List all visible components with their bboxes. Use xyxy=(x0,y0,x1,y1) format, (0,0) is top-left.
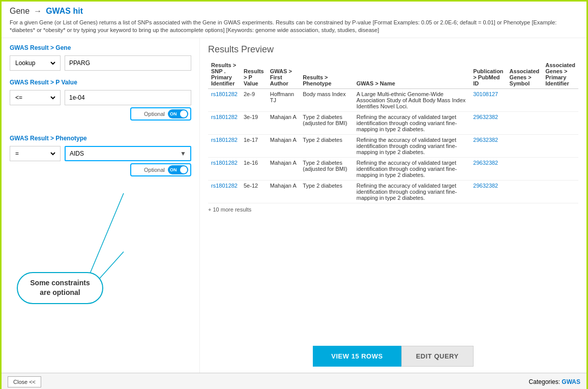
more-results: + 10 more results xyxy=(208,203,578,216)
gwas-hit-label: GWAS hit xyxy=(46,7,83,16)
table-row: rs1801282 5e-12 Mahajan A Type 2 diabete… xyxy=(208,180,578,203)
optional-label-1: Optional xyxy=(144,111,165,117)
cell-pubmed: 29632382 xyxy=(470,157,506,180)
pvalue-input-row: <= < = > >= xyxy=(10,90,191,105)
categories-value: GWAS xyxy=(562,378,580,385)
arrow-icon: → xyxy=(34,7,42,16)
phenotype-input-row: = != LIKE NOT LIKE ▼ xyxy=(10,146,191,161)
cell-phenotype: Type 2 diabetes (adjusted for BMI) xyxy=(300,111,353,134)
pvalue-optional-bar: Optional ON xyxy=(130,107,191,121)
gene-label: Gene xyxy=(10,7,30,16)
cell-pvalue: 2e-9 xyxy=(241,88,267,111)
cell-pvalue: 5e-12 xyxy=(241,180,267,203)
cell-snp: rs1801282 xyxy=(208,157,241,180)
cell-phenotype: Type 2 diabetes xyxy=(300,134,353,157)
cell-phenotype: Type 2 diabetes xyxy=(300,180,353,203)
toggle-on-text-1: ON xyxy=(170,111,177,116)
cell-symbol xyxy=(507,134,543,157)
phenotype-dropdown-button[interactable]: ▼ xyxy=(176,146,190,161)
cell-pubmed: 29632382 xyxy=(470,180,506,203)
cell-author: Hoffmann TJ xyxy=(267,88,300,111)
results-tbody: rs1801282 2e-9 Hoffmann TJ Body mass Ind… xyxy=(208,88,578,203)
cell-author: Mahajan A xyxy=(267,111,300,134)
categories-label: Categories: xyxy=(529,378,560,385)
phenotype-operator-dropdown[interactable]: = != LIKE NOT LIKE xyxy=(10,146,61,161)
phenotype-input-wrapper: ▼ xyxy=(65,146,191,161)
table-header: Results >SNP .PrimaryIdentifier Results>… xyxy=(208,60,578,89)
cell-snp: rs1801282 xyxy=(208,111,241,134)
phenotype-toggle[interactable]: ON xyxy=(168,165,188,174)
col-symbol: AssociatedGenes >Symbol xyxy=(507,60,543,89)
content-area: GWAS Result > Gene Lookup GWAS Result > … xyxy=(2,38,586,373)
cell-author: Mahajan A xyxy=(267,134,300,157)
annotation-bubble: Some constraints are optional xyxy=(17,272,103,304)
gene-input-row: Lookup xyxy=(10,55,191,71)
phenotype-optional-bar: Optional ON xyxy=(130,163,191,176)
phenotype-operator-select[interactable]: = != LIKE NOT LIKE xyxy=(13,149,57,158)
cell-pubmed: 29632382 xyxy=(470,111,506,134)
col-name: GWAS > Name xyxy=(354,60,471,89)
col-identifier: AssociatedGenes >PrimaryIdentifier xyxy=(542,60,578,89)
cell-pvalue: 1e-17 xyxy=(241,134,267,157)
cell-pvalue: 1e-16 xyxy=(241,157,267,180)
header: Gene → GWAS hit For a given Gene (or Lis… xyxy=(2,2,586,38)
pvalue-input[interactable] xyxy=(65,90,191,105)
results-table: Results >SNP .PrimaryIdentifier Results>… xyxy=(208,60,578,203)
cell-name: Refining the accuracy of validated targe… xyxy=(354,157,471,180)
col-pvalue: Results> PValue xyxy=(241,60,267,89)
cell-symbol xyxy=(507,111,543,134)
pvalue-operator-select[interactable]: <= < = > >= xyxy=(13,94,57,102)
close-button[interactable]: Close << xyxy=(8,376,41,387)
col-snp: Results >SNP .PrimaryIdentifier xyxy=(208,60,241,89)
edit-query-button[interactable]: EDIT QUERY xyxy=(401,346,474,367)
lookup-dropdown[interactable]: Lookup xyxy=(10,55,61,71)
cell-symbol xyxy=(507,88,543,111)
cell-phenotype: Body mass Index xyxy=(300,88,353,111)
col-author: GWAS >FirstAuthor xyxy=(267,60,300,89)
svg-line-0 xyxy=(88,193,124,278)
table-row: rs1801282 1e-17 Mahajan A Type 2 diabete… xyxy=(208,134,578,157)
cell-name: A Large Multi-ethnic Genome-Wide Associa… xyxy=(354,88,471,111)
cell-snp: rs1801282 xyxy=(208,180,241,203)
cell-identifier xyxy=(542,157,578,180)
annotation-text: Some constraints are optional xyxy=(30,279,90,297)
cell-author: Mahajan A xyxy=(267,180,300,203)
toggle-on-text-2: ON xyxy=(170,167,177,172)
description-text: For a given Gene (or List of Genes) retu… xyxy=(10,19,569,35)
cell-identifier xyxy=(542,111,578,134)
cell-symbol xyxy=(507,157,543,180)
cell-name: Refining the accuracy of validated targe… xyxy=(354,111,471,134)
bottom-buttons: VIEW 15 ROWS EDIT QUERY xyxy=(208,340,578,367)
table-row: rs1801282 3e-19 Mahajan A Type 2 diabete… xyxy=(208,111,578,134)
cell-pvalue: 3e-19 xyxy=(241,111,267,134)
results-preview-title: Results Preview xyxy=(208,44,578,55)
col-phenotype: Results >Phenotype xyxy=(300,60,353,89)
left-panel: GWAS Result > Gene Lookup GWAS Result > … xyxy=(2,38,200,373)
optional-label-2: Optional xyxy=(144,167,165,173)
pvalue-toggle[interactable]: ON xyxy=(168,109,188,118)
lookup-select[interactable]: Lookup xyxy=(13,59,57,67)
section2-label: GWAS Result > P Value xyxy=(10,79,191,86)
cell-symbol xyxy=(507,180,543,203)
gene-input[interactable] xyxy=(65,55,191,71)
table-row: rs1801282 2e-9 Hoffmann TJ Body mass Ind… xyxy=(208,88,578,111)
cell-name: Refining the accuracy of validated targe… xyxy=(354,134,471,157)
cell-name: Refining the accuracy of validated targe… xyxy=(354,180,471,203)
footer-bar: Close << Categories: GWAS xyxy=(2,373,586,389)
cell-author: Mahajan A xyxy=(267,157,300,180)
pvalue-operator-dropdown[interactable]: <= < = > >= xyxy=(10,90,61,105)
cell-phenotype: Type 2 diabetes (adjusted for BMI) xyxy=(300,157,353,180)
col-pubmed: Publication> PubMedID xyxy=(470,60,506,89)
table-row: rs1801282 1e-16 Mahajan A Type 2 diabete… xyxy=(208,157,578,180)
cell-snp: rs1801282 xyxy=(208,88,241,111)
categories-area: Categories: GWAS xyxy=(529,378,580,385)
cell-pubmed: 29632382 xyxy=(470,134,506,157)
cell-pubmed: 30108127 xyxy=(470,88,506,111)
cell-identifier xyxy=(542,88,578,111)
cell-snp: rs1801282 xyxy=(208,134,241,157)
cell-identifier xyxy=(542,134,578,157)
section1-label: GWAS Result > Gene xyxy=(10,44,191,51)
view-rows-button[interactable]: VIEW 15 ROWS xyxy=(313,346,401,367)
phenotype-input[interactable] xyxy=(66,150,176,157)
main-container: Gene → GWAS hit For a given Gene (or Lis… xyxy=(2,2,586,389)
